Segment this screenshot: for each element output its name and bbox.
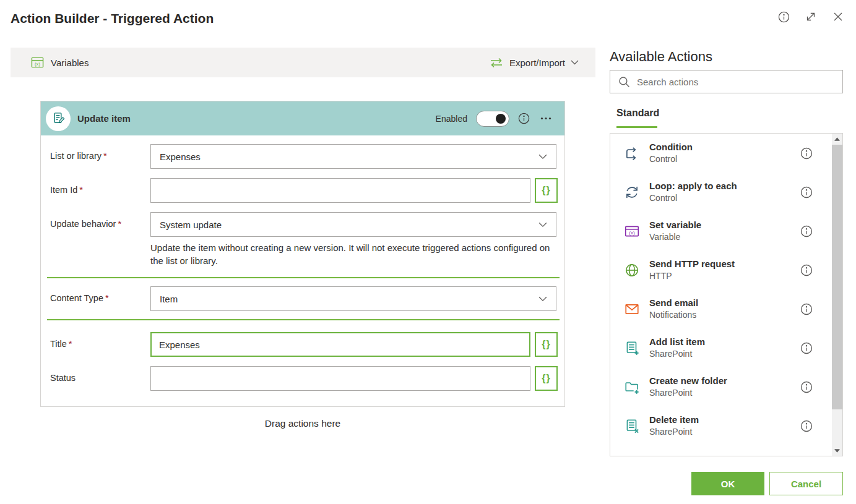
update-behavior-dropdown[interactable]: System update: [150, 212, 556, 237]
svg-text:(x): (x): [629, 230, 635, 236]
tab-underline: [616, 126, 657, 128]
action-item-add-list-item[interactable]: Add list itemSharePoint: [610, 328, 832, 367]
scrollbar-thumb[interactable]: [832, 145, 842, 409]
update-behavior-description: Update the item without creating a new v…: [150, 241, 556, 268]
search-input[interactable]: [637, 77, 834, 87]
more-options-icon[interactable]: [540, 113, 552, 125]
content-type-dropdown[interactable]: Item: [150, 286, 556, 311]
list-or-library-value: Expenses: [160, 152, 201, 162]
info-icon[interactable]: [777, 11, 790, 23]
add-list-item-icon: [624, 340, 640, 356]
enabled-toggle[interactable]: [476, 111, 509, 127]
item-id-input[interactable]: [150, 178, 530, 203]
globe-icon: [624, 262, 640, 278]
scroll-up-arrow[interactable]: [832, 134, 842, 144]
expand-icon[interactable]: [805, 11, 817, 23]
email-icon: [624, 301, 640, 317]
chevron-down-icon: [538, 222, 547, 228]
item-id-label: Item Id*: [50, 185, 83, 195]
search-box[interactable]: [610, 70, 843, 93]
action-card-header: Update item Enabled: [41, 101, 564, 135]
info-icon[interactable]: [800, 147, 813, 160]
page-title: Action Builder - Triggered Action: [11, 11, 214, 26]
search-icon: [618, 76, 630, 88]
tab-standard[interactable]: Standard: [616, 108, 659, 119]
update-behavior-label: Update behavior*: [50, 219, 121, 229]
section-divider: [47, 319, 560, 320]
info-icon[interactable]: [800, 420, 813, 432]
chevron-down-icon: [538, 296, 547, 302]
action-item-send-email[interactable]: Send emailNotifications: [610, 289, 832, 328]
list-or-library-label: List or library*: [50, 151, 107, 161]
info-icon[interactable]: [800, 186, 813, 199]
chevron-down-icon: [538, 154, 547, 160]
info-icon[interactable]: [800, 264, 813, 276]
action-item-set-variable[interactable]: (x) Set variableVariable: [610, 211, 832, 250]
delete-item-icon: [624, 418, 640, 434]
variables-icon: (x): [31, 56, 44, 69]
scroll-down-arrow[interactable]: [832, 445, 842, 456]
toggle-knob: [496, 114, 506, 124]
chevron-down-icon: [571, 60, 579, 65]
svg-text:(x): (x): [35, 61, 40, 67]
info-icon[interactable]: [800, 303, 813, 315]
action-item-loop[interactable]: Loop: apply to eachControl: [610, 173, 832, 211]
action-card-title: Update item: [77, 113, 131, 124]
action-item-update-item[interactable]: Update item: [610, 445, 832, 456]
available-actions-title: Available Actions: [610, 49, 712, 65]
variable-icon: (x): [624, 223, 640, 239]
export-import-icon: [489, 58, 504, 68]
export-import-label: Export/Import: [509, 58, 565, 68]
section-divider: [47, 277, 560, 278]
info-icon[interactable]: [800, 225, 813, 237]
ok-button[interactable]: OK: [691, 472, 764, 495]
variables-button[interactable]: Variables: [51, 58, 89, 68]
list-or-library-dropdown[interactable]: Expenses: [150, 144, 556, 169]
info-icon[interactable]: [800, 342, 813, 354]
title-input[interactable]: [150, 332, 530, 357]
close-icon[interactable]: [832, 11, 844, 23]
action-item-send-http-request[interactable]: Send HTTP requestHTTP: [610, 250, 832, 289]
content-type-value: Item: [160, 294, 178, 304]
action-item-delete-item[interactable]: Delete itemSharePoint: [610, 406, 832, 445]
title-field-label: Title*: [50, 339, 72, 349]
status-field-label: Status: [50, 373, 76, 383]
available-actions-list: ConditionControl Loop: apply to eachCont…: [610, 133, 843, 456]
info-icon[interactable]: [517, 113, 530, 125]
loop-icon: [624, 184, 640, 200]
variables-bar: (x) Variables Export/Import: [11, 48, 595, 77]
scrollbar[interactable]: [832, 134, 842, 456]
status-input[interactable]: [150, 366, 530, 391]
item-id-expression-button[interactable]: {}: [535, 178, 558, 203]
update-item-action-card: Update item Enabled List or library* Exp…: [40, 101, 565, 407]
content-type-label: Content Type*: [50, 293, 109, 303]
action-item-create-new-folder[interactable]: Create new folderSharePoint: [610, 367, 832, 406]
status-expression-button[interactable]: {}: [535, 366, 558, 391]
action-item-condition[interactable]: ConditionControl: [610, 134, 832, 173]
enabled-label: Enabled: [436, 114, 467, 124]
create-folder-icon: [624, 379, 640, 395]
info-icon[interactable]: [800, 381, 813, 393]
drag-actions-drop-hint: Drag actions here: [40, 418, 565, 429]
export-import-button[interactable]: Export/Import: [489, 58, 579, 68]
update-item-icon: [46, 106, 71, 131]
update-behavior-value: System update: [160, 220, 222, 230]
cancel-button[interactable]: Cancel: [769, 472, 843, 495]
branch-icon: [624, 145, 640, 161]
title-expression-button[interactable]: {}: [535, 332, 558, 357]
